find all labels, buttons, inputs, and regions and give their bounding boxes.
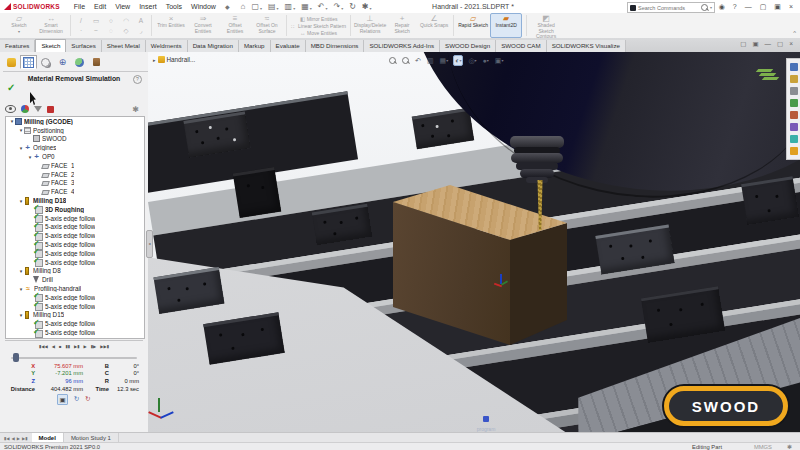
home-icon[interactable]: ⌂ (241, 2, 246, 11)
print-icon[interactable]: ▦▾ (301, 2, 312, 11)
repair-sketch-button[interactable]: +Repair Sketch (387, 14, 417, 37)
tree-item[interactable]: ✓5-axis edge follow (6, 258, 144, 267)
tool-manager-tab[interactable] (88, 55, 105, 69)
status-units[interactable]: MMGS (754, 444, 772, 450)
tree-item[interactable]: FACE_4 (6, 187, 144, 196)
tree-item[interactable]: ✓5-axis edge follow (6, 249, 144, 258)
next-sheet-icon[interactable]: ▶ (17, 436, 20, 441)
show-tool-toggle[interactable]: ▣ (57, 394, 67, 405)
search-input[interactable] (638, 5, 701, 11)
design-library-icon[interactable] (790, 75, 798, 83)
fillet-icon[interactable]: ◞ (136, 26, 146, 36)
tree-item[interactable]: ▾Milling D18 (6, 196, 144, 205)
play-button[interactable]: ▶ (84, 343, 87, 350)
tree-item[interactable]: SWOOD (6, 135, 144, 144)
options-icon[interactable]: ✱▾ (362, 2, 372, 11)
move-entities-button[interactable]: ↔Move Entities (300, 29, 337, 36)
tree-item[interactable]: ✓5-axis edge follow (6, 214, 144, 223)
collision-icon[interactable] (47, 106, 54, 113)
pause-button[interactable]: ▮▮ (65, 343, 70, 350)
tab-data-migration[interactable]: Data Migration (188, 40, 239, 52)
tree-item[interactable]: ✓5-axis edge follow (6, 328, 144, 337)
step-back-button[interactable]: ◀ (52, 343, 55, 350)
origin-manager-tab[interactable]: ⊕ (54, 55, 71, 69)
minimize-icon[interactable]: — (745, 3, 752, 10)
tab-solidworks-visualize[interactable]: SOLIDWORKS Visualize (547, 40, 626, 52)
smart-dimension-button[interactable]: ↔Smart Dimension (36, 14, 66, 37)
caret-icon[interactable]: ▾ (310, 6, 312, 11)
maximize-window-icon[interactable]: ▢ (777, 40, 783, 48)
visibility-icon[interactable] (5, 105, 16, 113)
caret-icon[interactable]: ▾ (325, 6, 327, 11)
polygon-icon[interactable]: ◇ (121, 26, 131, 36)
split-window-icon[interactable]: ▣ (752, 40, 758, 48)
caret-icon[interactable]: ▾ (260, 6, 262, 11)
rapid-sketch-button[interactable]: ▱Rapid Sketch (458, 14, 488, 37)
refresh-stock-button[interactable]: ↻ (74, 394, 79, 405)
settings-gear-icon[interactable]: ✱ (132, 105, 139, 114)
ribbon-collapse-icon[interactable]: ^ (793, 30, 796, 36)
tab-features[interactable]: Features (0, 40, 35, 52)
filter-icon[interactable] (34, 106, 42, 112)
playback-slider[interactable] (11, 353, 137, 361)
forum-icon[interactable] (790, 135, 798, 143)
user-account-icon[interactable]: ◉ (719, 3, 725, 11)
shaded-sketch-contours-button[interactable]: ◩Shaded Sketch Contours (531, 14, 561, 37)
mirror-entities-button[interactable]: ◧Mirror Entities (300, 15, 338, 22)
caret-icon[interactable]: ▾ (370, 6, 372, 11)
circle-icon[interactable]: ○ (106, 16, 116, 26)
tab-sheet-metal[interactable]: Sheet Metal (102, 40, 146, 52)
viewport-3d-scene[interactable]: program SWOOD ▸ Handrail... ↶▥▦▾◐▾◎▾●▾▣▾ (148, 52, 800, 432)
simulation-manager-tab[interactable] (20, 55, 37, 69)
search-box[interactable]: ▾ (627, 2, 715, 13)
close-window-icon[interactable]: × (789, 40, 793, 48)
rectangle-icon[interactable]: ▭ (91, 16, 101, 26)
tree-item[interactable]: FACE_2 (6, 170, 144, 179)
tab-swood-cam[interactable]: SWOOD CAM (496, 40, 547, 52)
swood-manager-tab[interactable] (3, 55, 20, 69)
world-manager-tab[interactable] (71, 55, 88, 69)
menu-view[interactable]: View (115, 3, 130, 10)
zoom-fit-icon[interactable] (388, 56, 397, 65)
viewport-feature-tree[interactable]: ▸ Handrail... (153, 56, 195, 63)
custom-properties-icon[interactable] (790, 123, 798, 131)
tab-swood-design[interactable]: SWOOD Design (440, 40, 496, 52)
previous-view-icon[interactable]: ↶ (414, 56, 422, 66)
tab-weldments[interactable]: Weldments (146, 40, 188, 52)
spline-icon[interactable]: ~ (91, 26, 101, 36)
stop-button[interactable]: ■ (59, 343, 62, 350)
go-to-start-button[interactable]: ▮◀◀ (39, 343, 48, 350)
prev-sheet-icon[interactable]: ◀ (12, 436, 15, 441)
tree-item[interactable]: ▾Milling D15 (6, 311, 144, 320)
tree-item[interactable]: ✓5-axis edge follow (6, 223, 144, 232)
display-style-icon[interactable]: ◐▾ (453, 55, 463, 66)
slider-track[interactable] (11, 357, 137, 359)
menu-edit[interactable]: Edit (94, 3, 106, 10)
offset-on-surface-button[interactable]: ≈Offset On Surface (252, 14, 282, 37)
tree-item[interactable]: ▾≈Profiling-handrail (6, 284, 144, 293)
material-color-icon[interactable] (21, 105, 29, 113)
tab-solidworks-add-ins[interactable]: SOLIDWORKS Add-Ins (364, 40, 440, 52)
cascade-icon[interactable]: ▣ (774, 3, 781, 11)
trim-entities-button[interactable]: ×Trim Entities (156, 14, 186, 37)
step-forward-button[interactable]: ▶▮ (74, 343, 80, 350)
menu-file[interactable]: File (74, 3, 85, 10)
tree-item[interactable]: ✓5-axis edge follow (6, 302, 144, 311)
tree-item[interactable]: ▾Positioning (6, 126, 144, 135)
tree-item[interactable]: ✓5-axis edge follow (6, 293, 144, 302)
slider-thumb[interactable] (13, 353, 19, 362)
help-icon[interactable]: ? (133, 75, 142, 84)
search-icon[interactable] (701, 4, 708, 11)
display-manager-tab[interactable] (37, 55, 54, 69)
text-icon[interactable]: A (136, 16, 146, 26)
convert-entities-button[interactable]: ⇒Convert Entities (188, 14, 218, 37)
tree-expand-icon[interactable]: ▾ (18, 198, 24, 204)
tab-surfaces[interactable]: Surfaces (66, 40, 101, 52)
arc-icon[interactable]: ◠ (121, 16, 131, 26)
tree-item[interactable]: ▾Milling D8 (6, 267, 144, 276)
minimize-window-icon[interactable]: — (765, 40, 772, 48)
go-to-end-button[interactable]: ▮▶ (91, 343, 97, 350)
view-palette-icon[interactable] (790, 99, 798, 107)
redo-icon[interactable]: ↷▾ (333, 2, 343, 11)
view-orientation-icon[interactable]: ▦▾ (439, 56, 450, 66)
